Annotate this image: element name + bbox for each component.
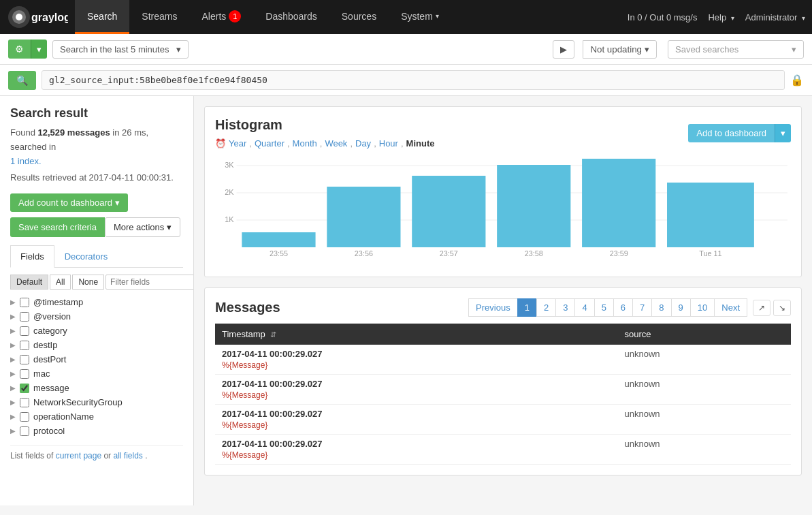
time-link-quarter[interactable]: Quarter xyxy=(255,138,285,149)
msg-source: unknown xyxy=(618,375,792,405)
svg-text:23:55: 23:55 xyxy=(270,249,288,258)
msg-timestamp: 2017-04-11 00:00:29.027 xyxy=(222,379,611,389)
more-actions-button[interactable]: More actions ▾ xyxy=(105,217,180,237)
svg-text:23:56: 23:56 xyxy=(355,249,373,258)
pagination-page-10[interactable]: 10 xyxy=(690,298,715,317)
list-item: ▶ destIp xyxy=(10,338,183,352)
pagination-page-5[interactable]: 5 xyxy=(594,298,614,317)
pagination-next-button[interactable]: Next xyxy=(714,298,747,317)
list-item: ▶ operationName xyxy=(10,409,183,424)
nav-item-system[interactable]: System ▾ xyxy=(389,0,451,34)
field-filter-buttons: Default All None xyxy=(10,275,183,290)
nav-item-alerts[interactable]: Alerts 1 xyxy=(189,0,253,34)
time-link-week[interactable]: Week xyxy=(325,138,347,149)
field-expand-icon[interactable]: ▶ xyxy=(10,384,16,392)
messages-title: Messages xyxy=(215,300,280,315)
svg-rect-12 xyxy=(412,176,485,247)
filter-all-button[interactable]: All xyxy=(50,275,71,290)
pagination-page-7[interactable]: 7 xyxy=(632,298,652,317)
logo[interactable]: graylog xyxy=(7,5,68,29)
not-updating-group: Not updating ▾ xyxy=(583,40,657,59)
add-to-dashboard-button[interactable]: Add to dashboard xyxy=(688,124,775,142)
collapse-all-button[interactable]: ↘ xyxy=(773,300,791,316)
list-item: ▶ category xyxy=(10,324,183,338)
expand-all-button[interactable]: ↗ xyxy=(753,300,770,316)
add-count-to-dashboard-button[interactable]: Add count to dashboard ▾ xyxy=(10,193,128,212)
field-checkbox-destport[interactable] xyxy=(20,355,29,364)
field-checkbox-message[interactable] xyxy=(20,384,29,393)
filter-default-button[interactable]: Default xyxy=(10,275,48,290)
pagination-page-6[interactable]: 6 xyxy=(613,298,633,317)
svg-rect-15 xyxy=(667,183,754,247)
nav-item-streams[interactable]: Streams xyxy=(129,0,189,34)
pagination-prev-button[interactable]: Previous xyxy=(468,298,518,317)
not-updating-button[interactable]: Not updating ▾ xyxy=(583,40,657,59)
msg-link[interactable]: %{Message} xyxy=(222,390,611,400)
field-expand-icon[interactable]: ▶ xyxy=(10,427,16,435)
sidebar: Search result Found 12,529 messages in 2… xyxy=(0,96,194,505)
field-list: ▶ @timestamp ▶ @version ▶ category ▶ des… xyxy=(10,295,183,438)
list-item: ▶ protocol xyxy=(10,424,183,438)
field-expand-icon[interactable]: ▶ xyxy=(10,356,16,363)
field-checkbox-timestamp[interactable] xyxy=(20,298,29,307)
time-link-minute[interactable]: Minute xyxy=(406,138,435,149)
field-checkbox-mac[interactable] xyxy=(20,369,29,379)
pagination-page-4[interactable]: 4 xyxy=(574,298,594,317)
nav-item-dashboards[interactable]: Dashboards xyxy=(253,0,329,34)
nav-item-sources[interactable]: Sources xyxy=(329,0,389,34)
current-page-link[interactable]: current page xyxy=(56,451,101,461)
field-filter-input[interactable] xyxy=(105,275,194,290)
add-to-dashboard-caret-button[interactable]: ▾ xyxy=(775,124,791,142)
msg-source: unknown xyxy=(618,405,792,435)
query-input[interactable] xyxy=(42,70,785,90)
all-fields-link[interactable]: all fields xyxy=(113,451,142,461)
field-expand-icon[interactable]: ▶ xyxy=(10,370,16,377)
field-checkbox-networksecuritygroup[interactable] xyxy=(20,398,29,407)
histogram-chart: 3K 2K 1K xyxy=(215,155,791,264)
field-expand-icon[interactable]: ▶ xyxy=(10,341,16,349)
field-checkbox-protocol[interactable] xyxy=(20,426,29,436)
save-search-criteria-button[interactable]: Save search criteria xyxy=(10,217,105,237)
throughput-display: In 0 / Out 0 msg/s xyxy=(628,12,698,22)
admin-menu[interactable]: Administrator ▾ xyxy=(745,12,805,22)
saved-searches-select[interactable]: Saved searches ▾ xyxy=(668,40,804,59)
nav-item-search[interactable]: Search xyxy=(75,0,129,34)
field-checkbox-destip[interactable] xyxy=(20,341,29,350)
field-expand-icon[interactable]: ▶ xyxy=(10,327,16,334)
help-menu[interactable]: Help ▾ xyxy=(708,12,734,22)
time-link-month[interactable]: Month xyxy=(293,138,317,149)
msg-link[interactable]: %{Message} xyxy=(222,450,611,460)
pagination-page-8[interactable]: 8 xyxy=(651,298,671,317)
query-pin-icon[interactable]: 🔒 xyxy=(790,74,804,87)
field-checkbox-version[interactable] xyxy=(20,312,29,322)
field-expand-icon[interactable]: ▶ xyxy=(10,313,16,320)
field-expand-icon[interactable]: ▶ xyxy=(10,413,16,420)
search-button[interactable]: 🔍 xyxy=(8,71,36,90)
list-item: ▶ @timestamp xyxy=(10,295,183,309)
field-checkbox-operationname[interactable] xyxy=(20,412,29,422)
time-link-year[interactable]: Year xyxy=(229,138,246,149)
index-link[interactable]: 1 index. xyxy=(10,156,42,166)
time-caret-button[interactable]: ▾ xyxy=(31,40,47,59)
tab-fields[interactable]: Fields xyxy=(10,245,54,268)
time-link-day[interactable]: Day xyxy=(355,138,371,149)
time-icon-button[interactable]: ⚙ xyxy=(8,40,31,59)
tab-decorators[interactable]: Decorators xyxy=(54,245,118,267)
pagination-page-1[interactable]: 1 xyxy=(517,298,537,317)
msg-link[interactable]: %{Message} xyxy=(222,420,611,430)
histogram-panel: Histogram ⏰ Year, Quarter, Month, Week, … xyxy=(204,106,802,277)
msg-link[interactable]: %{Message} xyxy=(222,360,611,370)
play-button[interactable]: ▶ xyxy=(553,40,574,59)
pagination-page-3[interactable]: 3 xyxy=(555,298,575,317)
list-item: ▶ destPort xyxy=(10,352,183,366)
pagination-page-2[interactable]: 2 xyxy=(536,298,556,317)
filter-none-button[interactable]: None xyxy=(72,275,104,290)
pagination-page-9[interactable]: 9 xyxy=(671,298,691,317)
field-expand-icon[interactable]: ▶ xyxy=(10,298,16,306)
time-link-hour[interactable]: Hour xyxy=(379,138,398,149)
sort-icon[interactable]: ⇵ xyxy=(270,330,276,339)
time-range-select[interactable]: Search in the last 5 minutes ▾ xyxy=(52,40,189,59)
search-bar: ⚙ ▾ Search in the last 5 minutes ▾ ▶ Not… xyxy=(0,34,812,65)
field-expand-icon[interactable]: ▶ xyxy=(10,399,16,406)
field-checkbox-category[interactable] xyxy=(20,326,29,336)
